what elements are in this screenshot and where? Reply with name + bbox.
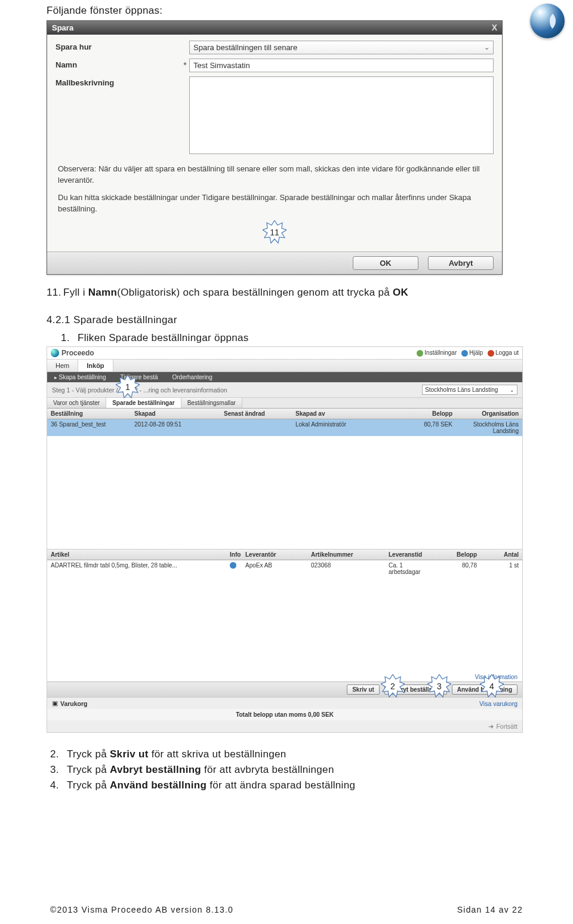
gear-icon [417, 350, 423, 357]
bottom-instructions: 2.Tryck på Skriv ut för att skriva ut be… [50, 748, 523, 791]
description-textarea[interactable] [189, 76, 494, 154]
tab-sparade[interactable]: Sparade beställningar [106, 398, 181, 408]
grid2-empty-area [47, 577, 522, 673]
help-link[interactable]: Hjälp [461, 349, 483, 357]
tab-mallar[interactable]: Beställningsmallar [181, 398, 242, 408]
callout-1: 1 [116, 375, 140, 399]
footer-left: ©2013 Visma Proceedo AB version 8.13.0 [50, 905, 233, 914]
cart-label[interactable]: ▣ Varukorg [52, 699, 88, 707]
info-icon[interactable] [230, 562, 236, 569]
step-11-text: 11.Fyll i Namn(Obligatorisk) och spara b… [47, 287, 526, 299]
page-footer: ©2013 Visma Proceedo AB version 8.13.0 S… [47, 905, 526, 914]
secondary-tabs: Varor och tjänster Sparade beställningar… [47, 398, 522, 409]
step-1-text: 1.Fliken Sparade beställningar öppnas [61, 332, 526, 344]
settings-link[interactable]: Inställningar [417, 349, 457, 357]
tab-varor[interactable]: Varor och tjänster [47, 398, 106, 408]
dialog-titlebar: Spara X [47, 21, 502, 35]
name-value: Test Simvastatin [193, 61, 250, 70]
description-label: Mallbeskrivning [56, 76, 181, 87]
power-icon [488, 350, 494, 357]
globe-icon [51, 349, 59, 357]
print-button[interactable]: Skriv ut [347, 684, 380, 695]
proceedo-app: Proceedo Inställningar Hjälp Logga ut He… [47, 346, 523, 733]
cart-icon: ▣ [52, 699, 58, 707]
heading-4-2-1: 4.2.1 Sparade beställningar [47, 314, 526, 326]
tab-hem[interactable]: Hem [47, 360, 78, 372]
grid1-row[interactable]: 36 Sparad_best_test 2012-08-28 09:51 Lok… [47, 419, 522, 436]
grid2-row[interactable]: ADARTREL filmdr tabl 0,5mg, Blister, 28 … [47, 560, 522, 577]
dialog-title: Spara [52, 23, 73, 32]
dialog-note: Observera: När du väljer att spara en be… [58, 164, 491, 214]
tab-inkop[interactable]: Inköp [78, 360, 113, 372]
nav-skapa[interactable]: Skapa beställning [47, 372, 113, 382]
nav-order[interactable]: Orderhantering [165, 372, 219, 382]
name-label: Namn [56, 59, 181, 69]
org-select[interactable]: Stockholms Läns Landsting⌄ [422, 385, 517, 395]
required-asterisk: * [181, 59, 189, 70]
ok-button[interactable]: OK [353, 256, 418, 270]
cancel-button[interactable]: Avbryt [428, 256, 494, 270]
continue-button[interactable]: Fortsätt [496, 723, 517, 730]
callout-3: 3 [427, 674, 451, 698]
app-brand: Proceedo [51, 349, 94, 357]
footer-right: Sidan 14 av 22 [457, 905, 523, 914]
save-how-label: Spara hur [56, 41, 181, 51]
callout-11: 11 [263, 220, 286, 244]
save-dialog: Spara X Spara hur Spara beställningen ti… [47, 20, 503, 275]
logout-link[interactable]: Logga ut [488, 349, 519, 357]
chevron-down-icon: ⌄ [510, 387, 515, 393]
name-input[interactable]: Test Simvastatin [189, 59, 494, 72]
chevron-down-icon: ⌄ [484, 44, 489, 51]
close-icon[interactable]: X [492, 23, 497, 32]
total-bar: Totalt belopp utan moms 0,00 SEK [47, 709, 522, 720]
save-how-value: Spara beställningen till senare [193, 43, 297, 52]
grid2-header: Artikel Info Leverantör Artikelnummer Le… [47, 550, 522, 560]
main-tabs: Hem Inköp [47, 360, 522, 372]
grid1-header: Beställning Skapad Senast ändrad Skapad … [47, 409, 522, 419]
intro-text: Följande fönster öppnas: [47, 5, 526, 17]
grid1-empty-area [47, 436, 522, 550]
save-how-select[interactable]: Spara beställningen till senare ⌄ [189, 41, 494, 54]
callout-4: 4 [480, 674, 504, 698]
show-cart-link[interactable]: Visa varukorg [479, 700, 517, 707]
arrow-right-icon: ➜ [488, 723, 494, 730]
callout-2: 2 [381, 674, 405, 698]
help-icon [461, 350, 468, 357]
